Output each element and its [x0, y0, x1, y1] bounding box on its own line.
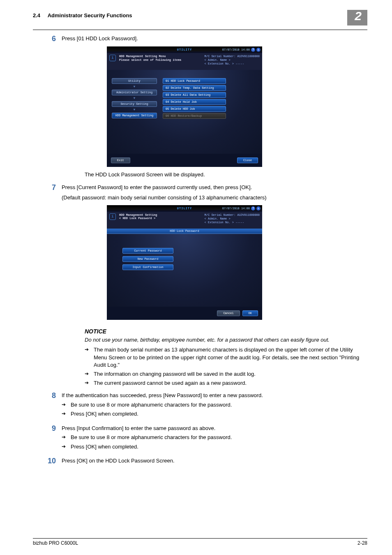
panel1-timestamp: 07/07/2010 14:00: [222, 48, 250, 51]
chevron-down-icon: ▼: [112, 109, 157, 111]
section-title: Administrator Security Functions: [48, 12, 132, 18]
panel2-meta-admin: < Admin. Name >: [205, 217, 260, 221]
step-6-text: Press [01 HDD Lock Password].: [62, 35, 367, 43]
step-10-number: 10: [33, 457, 62, 465]
step-7-line1: Press [Current Password] to enter the pa…: [62, 184, 367, 192]
cancel-button[interactable]: Cancel: [217, 310, 240, 316]
menu-delete-temp-data[interactable]: 02 Delete Temp. Data Setting: [163, 85, 226, 91]
panel1-meta-serial: M/C Serial Number: A1DV011000000: [205, 55, 260, 58]
footer-page: 2-28: [357, 540, 367, 546]
crumb-admin-setting[interactable]: Administrator Setting: [112, 90, 157, 95]
panel2-title-1: HDD Management Setting: [119, 213, 157, 217]
menu-delete-hdd-job[interactable]: 05 Delete HDD Job: [163, 106, 226, 112]
panel2-meta-ext: < Extension No. > -----: [205, 221, 260, 224]
menu-hdd-lock-password[interactable]: 01 HDD Lock Password: [163, 78, 226, 84]
section-number: 2.4: [33, 12, 40, 18]
exit-button[interactable]: Exit: [111, 157, 130, 163]
header-rule: [33, 30, 367, 30]
step-10-text: Press [OK] on the HDD Lock Password Scre…: [62, 457, 367, 465]
step-7-line2: (Default password: main body serial numb…: [62, 194, 367, 202]
step-9-bullet-2: Press [OK] when completed.: [62, 443, 367, 451]
help-icon[interactable]: ?: [251, 206, 255, 210]
chapter-badge: 2: [347, 10, 367, 25]
notice-bullet-2: The information on changing password wil…: [85, 370, 367, 378]
step-7-number: 7: [33, 184, 62, 202]
step-8-bullet-2: Press [OK] when completed.: [62, 410, 367, 418]
current-password-button[interactable]: Current Password: [122, 248, 173, 254]
panel1-meta-admin: < Admin. Name >: [205, 58, 260, 62]
screenshot-panel-1: UTILITY 07/07/2010 14:00 ? ♿ i HDD Manag…: [107, 46, 262, 167]
new-password-button[interactable]: New Password: [122, 256, 173, 262]
step-9-text: Press [Input Confirmation] to enter the …: [62, 425, 367, 432]
footer-model: bizhub PRO C6000L: [33, 540, 78, 546]
panel1-tab: UTILITY: [177, 48, 192, 51]
crumb-utility[interactable]: Utility: [112, 78, 157, 84]
chevron-down-icon: ▼: [112, 86, 157, 88]
notice-bullet-1: The main body serial number as 13 alphan…: [85, 346, 367, 369]
notice-heading: NOTICE: [85, 327, 367, 335]
menu-delete-hold-job[interactable]: 04 Delete Hold Job: [163, 99, 226, 105]
input-confirmation-button[interactable]: Input Confirmation: [122, 264, 173, 270]
panel1-title-1: HDD Management Setting Menu: [119, 55, 181, 58]
step-6-number: 6: [33, 35, 62, 43]
step-9-number: 9: [33, 425, 62, 452]
accessibility-icon[interactable]: ♿: [256, 206, 261, 210]
panel1-title-2: Please select one of following items: [119, 58, 181, 62]
info-icon: i: [109, 213, 116, 220]
info-icon: i: [109, 55, 116, 61]
chevron-down-icon: ▼: [112, 97, 157, 99]
notice-text: Do not use your name, birthday, employee…: [85, 336, 367, 344]
panel2-section-header: HDD Lock Password: [107, 229, 262, 234]
accessibility-icon[interactable]: ♿: [256, 48, 261, 52]
ok-button[interactable]: OK: [242, 310, 258, 316]
menu-hdd-restore-backup: 06 HDD Restore/Backup: [163, 113, 226, 119]
panel2-meta-serial: M/C Serial Number: A1DV011000000: [205, 213, 260, 217]
step-8-number: 8: [33, 392, 62, 419]
step-6-note: The HDD Lock Password Screen will be dis…: [85, 171, 367, 179]
step-8-bullet-1: Be sure to use 8 or more alphanumeric ch…: [62, 401, 367, 409]
step-9-bullet-1: Be sure to use 8 or more alphanumeric ch…: [62, 434, 367, 441]
notice-bullet-3: The current password cannot be used agai…: [85, 379, 367, 387]
menu-delete-all-data[interactable]: 03 Delete All Data Setting: [163, 92, 226, 98]
screenshot-panel-2: UTILITY 07/07/2010 14:00 ? ♿ i HDD Manag…: [107, 205, 262, 320]
panel2-timestamp: 07/07/2010 14:00: [222, 207, 250, 210]
step-8-text: If the authentication has succeeded, pre…: [62, 392, 367, 400]
close-button[interactable]: Close: [237, 157, 258, 163]
help-icon[interactable]: ?: [251, 48, 255, 52]
crumb-hdd-mgmt[interactable]: HDD Management Setting: [112, 113, 157, 118]
panel2-tab: UTILITY: [177, 207, 192, 210]
panel2-title-2: < HDD Lock Password >: [119, 217, 157, 220]
panel1-meta-ext: < Extension No. > -----: [205, 62, 260, 66]
crumb-security-setting[interactable]: Security Setting: [112, 101, 157, 107]
